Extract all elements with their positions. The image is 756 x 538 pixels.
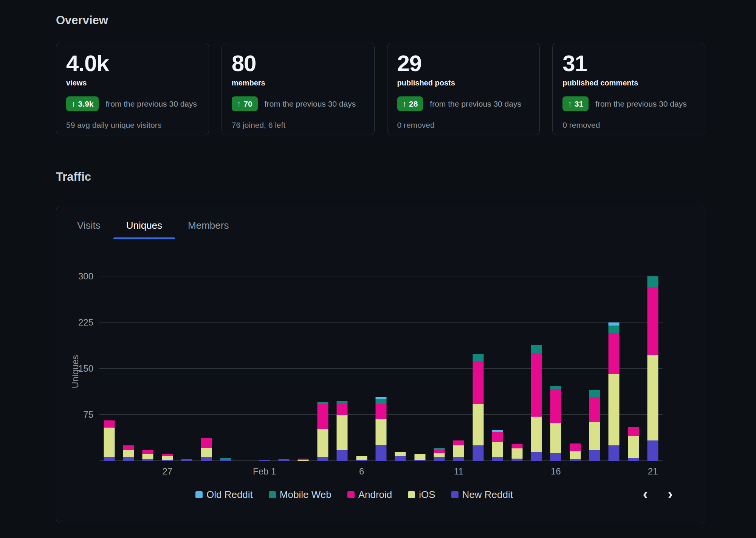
legend-item: iOS (408, 489, 435, 501)
bar-segment (609, 445, 620, 461)
bar-segment (181, 459, 192, 461)
stat-footnote: 59 avg daily unique visitors (66, 121, 199, 130)
bar-slot: 16 (546, 276, 565, 461)
change-caption: from the previous 30 days (265, 99, 356, 109)
arrow-up-icon: ↑ (403, 100, 407, 108)
bar-segment (337, 450, 348, 461)
bar-segment (337, 415, 348, 450)
bar-segment (259, 460, 270, 461)
bar-segment (220, 460, 231, 461)
x-axis-tick-label: 16 (551, 466, 561, 477)
chevron-left-icon: ‹ (643, 486, 648, 502)
stat-footnote: 0 removed (397, 121, 530, 130)
bar-segment (453, 440, 464, 445)
bar-slot (235, 276, 255, 461)
bar-slot (391, 276, 410, 461)
bar-slot (274, 276, 293, 461)
stacked-bar (259, 460, 270, 461)
stat-change-row: ↑3.9kfrom the previous 30 days (66, 96, 199, 111)
bar-segment (414, 460, 425, 461)
legend-item: Android (347, 489, 392, 501)
legend-label: Android (358, 489, 392, 501)
bar-slot (488, 276, 507, 461)
bar-slot (604, 276, 624, 461)
bar-segment (550, 386, 561, 390)
bar-segment (162, 460, 173, 461)
bar-segment (628, 436, 639, 458)
bar-segment (609, 333, 620, 374)
stacked-bar (220, 458, 231, 461)
bar-segment (356, 456, 367, 460)
bar-segment (570, 459, 581, 461)
bar-segment (375, 419, 386, 445)
overview-title: Overview (56, 14, 108, 27)
chevron-right-icon: › (668, 486, 673, 502)
bar-segment (492, 457, 503, 461)
x-axis-tick-label: Feb 1 (253, 466, 276, 477)
stacked-bar (511, 444, 522, 461)
stacked-bar (375, 397, 386, 461)
bar-segment (375, 404, 386, 419)
legend-item: Mobile Web (269, 489, 332, 501)
change-caption: from the previous 30 days (595, 99, 687, 109)
traffic-tabs: VisitsUniquesMembers (64, 220, 242, 239)
bar-slot (507, 276, 527, 461)
bar-segment (472, 361, 483, 404)
bar-slot (624, 276, 643, 461)
bar-segment (570, 451, 581, 459)
bar-segment (453, 457, 464, 461)
stacked-bar (453, 440, 464, 461)
bar-slot (429, 276, 449, 461)
bar-segment (550, 423, 561, 453)
bar-segment (317, 404, 328, 429)
stat-change-row: ↑28from the previous 30 days (397, 96, 530, 111)
stacked-bar (201, 438, 212, 461)
bar-slot (527, 276, 546, 461)
bar-segment (550, 389, 561, 423)
stacked-bar (472, 354, 483, 461)
tab-uniques[interactable]: Uniques (113, 220, 175, 239)
stacked-bar (317, 402, 328, 461)
bar-segment (511, 444, 522, 448)
bar-slots: 27Feb 16111621 (99, 276, 663, 461)
change-value: 3.9k (78, 100, 94, 108)
stacked-bar (628, 427, 639, 461)
next-page-button[interactable]: › (662, 486, 679, 502)
x-axis-tick-label: 6 (359, 466, 364, 477)
change-badge: ↑28 (397, 96, 423, 111)
stacked-bar (143, 450, 153, 461)
bar-slot: 11 (449, 276, 468, 461)
community-insights-page: Overview 4.0kviews↑3.9kfrom the previous… (0, 0, 756, 538)
stat-label: views (66, 79, 199, 87)
legend-swatch-icon (269, 491, 276, 498)
change-caption: from the previous 30 days (105, 99, 197, 109)
stat-footnote: 76 joined, 6 left (232, 121, 364, 130)
tab-visits[interactable]: Visits (64, 220, 113, 239)
bar-slot (333, 276, 352, 461)
stat-label: published posts (397, 79, 530, 87)
bar-slot: 27 (158, 276, 177, 461)
bar-segment (123, 450, 134, 457)
bar-segment (531, 452, 542, 461)
change-value: 31 (575, 100, 583, 108)
arrow-up-icon: ↑ (71, 100, 76, 108)
stat-value: 31 (562, 52, 695, 75)
stacked-bar (531, 345, 542, 461)
bar-segment (511, 459, 522, 461)
stat-value: 80 (232, 52, 364, 75)
bar-segment (453, 445, 464, 457)
stacked-bar (570, 443, 581, 461)
bar-segment (648, 440, 658, 461)
bar-slot (99, 276, 119, 461)
prev-page-button[interactable]: ‹ (637, 486, 654, 502)
bar-segment (104, 420, 115, 428)
change-badge: ↑31 (562, 96, 589, 111)
tab-members[interactable]: Members (175, 220, 242, 239)
bar-slot (565, 276, 585, 461)
chart-legend: Old RedditMobile WebAndroidiOSNew Reddit (56, 489, 652, 501)
bar-segment (531, 417, 542, 452)
bar-segment (648, 276, 658, 287)
legend-item: Old Reddit (195, 489, 253, 501)
arrow-up-icon: ↑ (237, 100, 241, 108)
stat-label: published comments (562, 79, 695, 87)
